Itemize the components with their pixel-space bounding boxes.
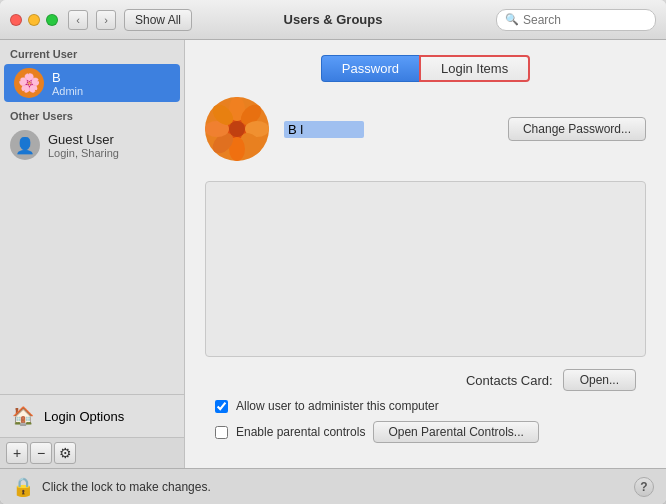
admin-checkbox-label: Allow user to administer this computer [236,399,439,413]
minus-icon: − [37,445,45,461]
lock-text: Click the lock to make changes. [42,480,626,494]
current-user-text: B Admin [52,70,83,97]
main-panel: Password Login Items [185,40,666,468]
avatar-flower-icon: 🌸 [18,72,40,94]
contacts-card-label: Contacts Card: [466,373,553,388]
help-button[interactable]: ? [634,477,654,497]
user-info-section: B l Change Password... [205,97,646,161]
open-parental-controls-button[interactable]: Open Parental Controls... [373,421,538,443]
forward-button[interactable]: › [96,10,116,30]
current-user-role: Admin [52,85,83,97]
guest-user-text: Guest User Login, Sharing [48,132,119,159]
content-box [205,181,646,357]
guest-user-sub: Login, Sharing [48,147,119,159]
login-options-item[interactable]: 🏠 Login Options [0,395,184,437]
change-password-button[interactable]: Change Password... [508,117,646,141]
search-box[interactable]: 🔍 [496,9,656,31]
bottom-bar: 🔒 Click the lock to make changes. ? [0,468,666,504]
other-users-label: Other Users [0,102,184,126]
guest-user-name: Guest User [48,132,119,147]
sidebar-item-current-user[interactable]: 🌸 B Admin [4,64,180,102]
guest-icon: 👤 [15,136,35,155]
remove-user-button[interactable]: − [30,442,52,464]
parental-row: Enable parental controls Open Parental C… [205,421,646,443]
minimize-button[interactable] [28,14,40,26]
user-name-section: B l [284,121,364,138]
tab-password[interactable]: Password [321,55,419,82]
flower-svg [205,97,269,161]
current-user-avatar: 🌸 [14,68,44,98]
admin-checkbox[interactable] [215,400,228,413]
back-icon: ‹ [76,14,80,26]
guest-avatar: 👤 [10,130,40,160]
maximize-button[interactable] [46,14,58,26]
house-icon: 🏠 [10,403,36,429]
user-name: B l [284,121,364,138]
plus-icon: + [13,445,21,461]
login-options-label: Login Options [44,409,124,424]
admin-checkbox-row: Allow user to administer this computer [205,399,646,413]
gear-icon: ⚙ [59,445,72,461]
add-user-button[interactable]: + [6,442,28,464]
content-area: Current User 🌸 B Admin Other Users 👤 Gue… [0,40,666,468]
window-title: Users & Groups [284,12,383,27]
show-all-button[interactable]: Show All [124,9,192,31]
forward-icon: › [104,14,108,26]
gear-button[interactable]: ⚙ [54,442,76,464]
parental-checkbox-label: Enable parental controls [236,425,365,439]
tab-login-items[interactable]: Login Items [419,55,530,82]
svg-point-9 [229,121,245,137]
sidebar-item-guest[interactable]: 👤 Guest User Login, Sharing [0,126,184,164]
user-avatar-large [205,97,269,161]
titlebar: ‹ › Show All Users & Groups 🔍 [0,0,666,40]
sidebar-footer: 🏠 Login Options + − ⚙ [0,394,184,468]
parental-checkbox[interactable] [215,426,228,439]
lock-icon[interactable]: 🔒 [12,476,34,498]
search-input[interactable] [523,13,643,27]
nav-controls: ‹ › Show All [68,9,192,31]
options-section: Contacts Card: Open... Allow user to adm… [205,369,646,443]
current-user-name: B [52,70,83,85]
search-icon: 🔍 [505,13,519,26]
close-button[interactable] [10,14,22,26]
sidebar-toolbar: + − ⚙ [0,437,184,468]
tab-bar: Password Login Items [205,55,646,82]
traffic-lights [10,14,58,26]
contacts-row: Contacts Card: Open... [205,369,636,391]
back-button[interactable]: ‹ [68,10,88,30]
current-user-label: Current User [0,40,184,64]
main-window: ‹ › Show All Users & Groups 🔍 Current Us… [0,0,666,504]
open-contacts-button[interactable]: Open... [563,369,636,391]
sidebar: Current User 🌸 B Admin Other Users 👤 Gue… [0,40,185,468]
